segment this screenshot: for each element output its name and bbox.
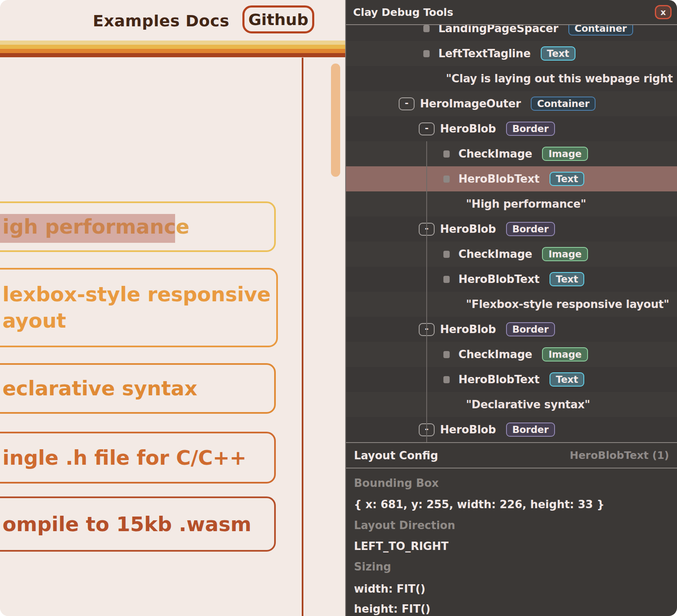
clay-debug-panel: Clay Debug Tools x LandingPageSpacerCont…	[345, 0, 677, 616]
layout-config-title: Layout Config	[354, 449, 438, 462]
element-type-badge: Image	[542, 247, 588, 261]
element-type-badge: Border	[506, 222, 555, 236]
tree-element-row[interactable]: -HeroBlobBorder	[346, 116, 677, 141]
element-type-badge: Image	[542, 347, 588, 361]
element-text-content: "Flexbox-style responsive layout"	[466, 298, 669, 311]
tree-element-row[interactable]: -HeroBlobBorder	[346, 317, 677, 342]
element-name-label: CheckImage	[458, 148, 532, 160]
rainbow-stripe	[0, 41, 345, 57]
hero-feature-text: lexbox-style responsive	[0, 281, 276, 308]
element-name-label: HeroBlob	[440, 223, 496, 235]
hero-feature-box: eclarative syntax	[0, 363, 276, 414]
element-name-label: LandingPageSpacer	[438, 25, 558, 35]
tree-element-row[interactable]: CheckImageImage	[346, 141, 677, 166]
leaf-bullet-icon	[423, 50, 430, 57]
stripe-band-4	[0, 53, 345, 57]
element-name-label: HeroBlobText	[458, 173, 540, 185]
prop-label-bounding-box: Bounding Box	[354, 477, 439, 489]
nav-link-docs[interactable]: Docs	[186, 12, 229, 30]
vertical-divider	[302, 58, 303, 616]
tree-element-row[interactable]: -HeroBlobBorder	[346, 216, 677, 242]
element-type-badge: Container	[568, 25, 633, 36]
element-type-badge: Border	[506, 122, 555, 136]
hero-feature-box: lexbox-style responsiveayout	[0, 268, 278, 347]
top-nav: Examples Docs Github	[0, 0, 345, 41]
tree-element-row[interactable]: -HeroBlobBorder	[346, 417, 677, 442]
element-type-badge: Container	[531, 97, 596, 111]
tree-rows: LandingPageSpacerContainerLeftTextTaglin…	[346, 25, 677, 442]
hero-feature-box: ingle .h file for C/C++	[0, 432, 276, 484]
leaf-bullet-icon	[443, 276, 450, 283]
tree-element-row[interactable]: HeroBlobTextText	[346, 166, 677, 191]
debug-panel-header: Clay Debug Tools x	[346, 0, 677, 25]
element-type-badge: Text	[550, 372, 584, 387]
hero-feature-box: igh performance	[0, 201, 276, 252]
tree-text-preview-row[interactable]: "High performance"	[346, 191, 677, 216]
collapse-toggle-icon[interactable]: -	[399, 97, 415, 110]
leaf-bullet-icon	[443, 351, 450, 358]
element-name-label: LeftTextTagline	[438, 47, 531, 60]
prop-value-sizing-height: height: FIT()	[354, 603, 430, 615]
stripe-band-2	[0, 45, 345, 49]
tree-text-preview-row[interactable]: "Flexbox-style responsive layout"	[346, 292, 677, 317]
layout-config-bar: Layout Config HeroBlobText (1)	[346, 442, 677, 468]
tree-element-row[interactable]: -HeroImageOuterContainer	[346, 91, 677, 116]
element-tree: LandingPageSpacerContainerLeftTextTaglin…	[346, 25, 677, 442]
element-name-label: CheckImage	[458, 248, 532, 260]
collapse-toggle-icon[interactable]: -	[419, 122, 435, 135]
tree-child-connector	[426, 242, 427, 342]
github-button[interactable]: Github	[242, 5, 314, 33]
stripe-band-1	[0, 41, 345, 45]
element-text-content: "High performance"	[466, 198, 586, 210]
tree-element-row[interactable]: CheckImageImage	[346, 342, 677, 367]
nav-link-examples[interactable]: Examples	[93, 12, 180, 30]
leaf-bullet-icon	[443, 176, 450, 183]
tree-element-row[interactable]: CheckImageImage	[346, 242, 677, 267]
element-name-label: HeroBlob	[440, 323, 496, 336]
tree-child-connector	[426, 141, 427, 242]
close-button[interactable]: x	[655, 5, 672, 19]
debug-panel-title: Clay Debug Tools	[353, 6, 453, 18]
landing-page: Examples Docs Github igh performancelexb…	[0, 0, 345, 616]
tree-element-row[interactable]: HeroBlobTextText	[346, 367, 677, 392]
tree-element-row[interactable]: LandingPageSpacerContainer	[346, 25, 677, 41]
leaf-bullet-icon	[443, 150, 450, 158]
tree-text-preview-row[interactable]: "Clay is laying out this webpage right n…	[346, 66, 677, 91]
hero-feature-text: eclarative syntax	[0, 375, 274, 402]
hero-feature-box: ompile to 15kb .wasm	[0, 496, 276, 552]
element-name-label: HeroBlob	[440, 122, 496, 135]
stripe-band-3	[0, 49, 345, 53]
tree-element-row[interactable]: LeftTextTaglineText	[346, 41, 677, 66]
hero-feature-text: ayout	[0, 308, 276, 334]
element-name-label: HeroBlobText	[458, 273, 540, 285]
element-name-label: CheckImage	[458, 348, 532, 361]
element-type-badge: Border	[506, 423, 555, 437]
element-text-content: "Clay is laying out this webpage right n…	[446, 72, 677, 85]
leaf-bullet-icon	[443, 251, 450, 258]
element-name-label: HeroBlobText	[458, 373, 540, 386]
debug-hover-highlight	[0, 214, 175, 243]
element-type-badge: Text	[550, 272, 584, 286]
prop-value-bounding-box: { x: 681, y: 255, width: 226, height: 33…	[354, 498, 605, 511]
hero-feature-text: ompile to 15kb .wasm	[0, 511, 274, 537]
scrollbar-thumb[interactable]	[331, 64, 340, 177]
element-type-badge: Text	[541, 46, 575, 61]
element-type-badge: Border	[506, 322, 555, 336]
hero-feature-text: ingle .h file for C/C++	[0, 445, 274, 471]
selected-element-label: HeroBlobText (1)	[570, 449, 669, 461]
element-name-label: HeroBlob	[440, 423, 496, 436]
prop-label-sizing: Sizing	[354, 560, 391, 573]
leaf-bullet-icon	[423, 25, 430, 32]
element-text-content: "Declarative syntax"	[466, 398, 590, 411]
clay-app-window: Examples Docs Github igh performancelexb…	[0, 0, 677, 616]
element-type-badge: Image	[542, 147, 588, 161]
tree-child-connector	[426, 342, 427, 442]
tree-element-row[interactable]: HeroBlobTextText	[346, 267, 677, 292]
prop-value-sizing-width: width: FIT()	[354, 583, 425, 595]
tree-text-preview-row[interactable]: "Declarative syntax"	[346, 392, 677, 417]
leaf-bullet-icon	[443, 376, 450, 383]
prop-value-layout-direction: LEFT_TO_RIGHT	[354, 540, 448, 552]
element-name-label: HeroImageOuter	[420, 97, 521, 110]
prop-label-layout-direction: Layout Direction	[354, 519, 455, 532]
element-type-badge: Text	[550, 172, 584, 186]
